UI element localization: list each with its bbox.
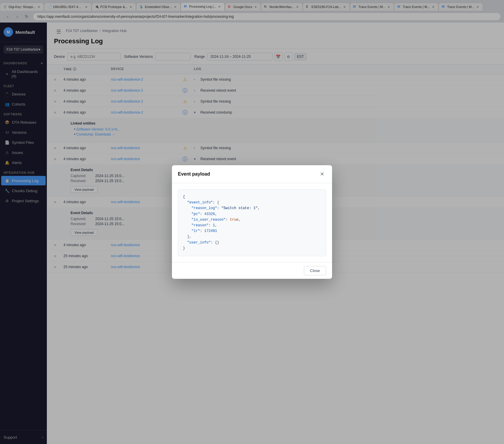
modal-overlay[interactable]: Event payload ✕ { "event_info": { "reaso… [0,0,504,444]
code-block: { "event_info": { "reason_log": "Switch … [178,189,326,256]
modal-header: Event payload ✕ [172,165,332,183]
modal-body: { "event_info": { "reason_log": "Switch … [172,183,332,262]
modal-footer: Close [172,262,332,279]
modal-title: Event payload [178,171,210,177]
event-payload-modal: Event payload ✕ { "event_info": { "reaso… [172,165,332,279]
modal-close-button[interactable]: ✕ [318,170,326,178]
modal-close-footer-button[interactable]: Close [304,266,326,275]
